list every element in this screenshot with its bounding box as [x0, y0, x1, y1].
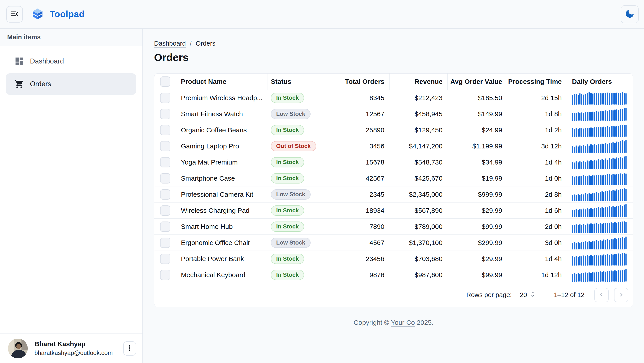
- daily-orders-sparkline: [572, 252, 626, 266]
- table-row[interactable]: Smart Home Hub In Stock 7890 $789,000 $9…: [154, 218, 633, 235]
- daily-orders-sparkline: [572, 220, 626, 233]
- page-title: Orders: [154, 51, 633, 63]
- avg-order-value-cell: $29.99: [448, 251, 507, 267]
- pagination-range: 1–12 of 12: [554, 291, 584, 299]
- product-name: Smart Home Hub: [181, 223, 233, 230]
- daily-orders-sparkline: [572, 268, 626, 282]
- table-row[interactable]: Yoga Mat Premium In Stock 15678 $548,730…: [154, 154, 633, 170]
- row-checkbox[interactable]: [160, 189, 170, 200]
- table-row[interactable]: Mechanical Keyboard In Stock 9876 $987,6…: [154, 267, 633, 283]
- shopping-cart-icon: [14, 79, 24, 89]
- daily-orders-sparkline: [572, 172, 626, 185]
- revenue-cell: $2,345,000: [389, 186, 448, 202]
- table-row[interactable]: Smart Fitness Watch Low Stock 12567 $458…: [154, 106, 633, 122]
- daily-orders-sparkline: [572, 123, 626, 137]
- column-header-status[interactable]: Status: [267, 73, 326, 90]
- table-row[interactable]: Portable Power Bank In Stock 23456 $703,…: [154, 251, 633, 267]
- revenue-cell: $458,945: [389, 106, 448, 122]
- status-cell: In Stock: [267, 170, 326, 186]
- revenue-cell: $129,450: [389, 122, 448, 138]
- chevron-right-icon: [618, 296, 625, 299]
- sidebar-item-orders[interactable]: Orders: [6, 73, 136, 95]
- user-avatar: [8, 339, 28, 358]
- table-row[interactable]: Wireless Charging Pad In Stock 18934 $56…: [154, 202, 633, 218]
- table-row[interactable]: Professional Camera Kit Low Stock 2345 $…: [154, 186, 633, 202]
- column-header-total-orders[interactable]: Total Orders: [326, 73, 389, 90]
- product-name: Professional Camera Kit: [181, 191, 253, 198]
- table-row[interactable]: Gaming Laptop Pro Out of Stock 3456 $4,1…: [154, 138, 633, 154]
- rows-per-page-select[interactable]: 20: [520, 291, 536, 299]
- table-pagination: Rows per page: 20 1–12 of 12: [154, 283, 633, 307]
- status-cell: In Stock: [267, 251, 326, 267]
- status-badge: In Stock: [271, 173, 304, 184]
- select-all-checkbox[interactable]: [160, 76, 170, 87]
- table-row[interactable]: Smartphone Case In Stock 42567 $425,670 …: [154, 170, 633, 186]
- user-email: bharatkashyap@outlook.com: [34, 350, 116, 357]
- user-name: Bharat Kashyap: [34, 340, 116, 348]
- unfold-more-icon: [529, 291, 536, 299]
- total-orders-cell: 12567: [326, 106, 389, 122]
- row-checkbox[interactable]: [160, 238, 170, 248]
- row-checkbox[interactable]: [160, 141, 170, 151]
- revenue-cell: $703,680: [389, 251, 448, 267]
- copyright-suffix: 2025.: [415, 319, 433, 326]
- status-badge: In Stock: [271, 254, 304, 264]
- column-header-product-name[interactable]: Product Name: [176, 73, 267, 90]
- row-checkbox[interactable]: [160, 222, 170, 232]
- status-badge: In Stock: [271, 125, 304, 135]
- processing-time-cell: 1d 12h: [507, 267, 567, 283]
- column-header-avg-order-value[interactable]: Avg Order Value: [448, 73, 507, 90]
- daily-orders-cell: [567, 203, 633, 218]
- status-badge: Low Stock: [271, 189, 310, 200]
- dashboard-icon: [14, 56, 24, 66]
- avg-order-value-cell: $299.99: [448, 235, 507, 251]
- breadcrumb-link-dashboard[interactable]: Dashboard: [154, 40, 186, 47]
- status-cell: In Stock: [267, 154, 326, 170]
- status-cell: Low Stock: [267, 235, 326, 251]
- sidebar-item-dashboard[interactable]: Dashboard: [6, 50, 136, 72]
- status-cell: In Stock: [267, 267, 326, 283]
- total-orders-cell: 4567: [326, 235, 389, 251]
- daily-orders-sparkline: [572, 156, 626, 169]
- revenue-cell: $1,370,100: [389, 235, 448, 251]
- table-row[interactable]: Premium Wireless Headp... In Stock 8345 …: [154, 90, 633, 106]
- sidebar-nav: Dashboard Orders: [0, 46, 142, 334]
- row-checkbox[interactable]: [160, 93, 170, 103]
- user-menu-button[interactable]: [123, 341, 136, 356]
- product-name: Portable Power Bank: [181, 255, 244, 263]
- total-orders-cell: 23456: [326, 251, 389, 267]
- total-orders-cell: 2345: [326, 186, 389, 202]
- next-page-button[interactable]: [614, 288, 628, 302]
- table-row[interactable]: Ergonomic Office Chair Low Stock 4567 $1…: [154, 235, 633, 251]
- row-checkbox[interactable]: [160, 157, 170, 167]
- product-name: Yoga Mat Premium: [181, 158, 238, 166]
- total-orders-cell: 8345: [326, 90, 389, 106]
- table-header-row: Product Name Status Total Orders Revenue…: [154, 73, 633, 90]
- sidebar-toggle-button[interactable]: [6, 6, 23, 22]
- copyright-prefix: Copyright ©: [354, 319, 391, 326]
- column-header-processing-time[interactable]: Processing Time: [507, 73, 567, 90]
- row-checkbox[interactable]: [160, 254, 170, 264]
- row-checkbox[interactable]: [160, 270, 170, 280]
- daily-orders-cell: [567, 90, 633, 106]
- previous-page-button[interactable]: [594, 288, 609, 302]
- daily-orders-cell: [567, 106, 633, 122]
- processing-time-cell: 1d 8h: [507, 106, 567, 122]
- revenue-cell: $567,890: [389, 203, 448, 218]
- revenue-cell: $425,670: [389, 170, 448, 186]
- theme-toggle-button[interactable]: [621, 5, 639, 23]
- processing-time-cell: 1d 4h: [507, 154, 567, 170]
- column-header-daily-orders[interactable]: Daily Orders: [567, 73, 633, 90]
- row-checkbox[interactable]: [160, 109, 170, 119]
- row-checkbox[interactable]: [160, 125, 170, 135]
- status-badge: Out of Stock: [271, 141, 316, 151]
- company-link[interactable]: Your Co: [391, 319, 415, 326]
- row-checkbox[interactable]: [160, 173, 170, 184]
- row-checkbox[interactable]: [160, 205, 170, 216]
- brand: Toolpad: [32, 8, 84, 20]
- revenue-cell: $789,000: [389, 219, 448, 235]
- column-header-revenue[interactable]: Revenue: [389, 73, 448, 90]
- table-row[interactable]: Organic Coffee Beans In Stock 25890 $129…: [154, 122, 633, 138]
- total-orders-cell: 3456: [326, 138, 389, 154]
- status-cell: In Stock: [267, 219, 326, 235]
